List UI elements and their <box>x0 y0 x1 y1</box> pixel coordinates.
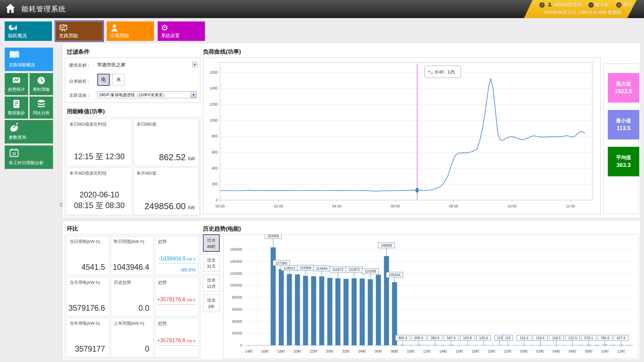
svg-text:1200: 1200 <box>210 102 218 106</box>
sidebar-item-data-collection[interactable]: 数据集抄 <box>5 97 28 119</box>
svg-text:18时: 18时 <box>472 349 479 353</box>
tab-past-3y[interactable]: 过去 3年 <box>203 295 220 312</box>
trend-chart-icon <box>12 76 21 86</box>
svg-text:393.5: 393.5 <box>431 336 439 340</box>
svg-text:120000: 120000 <box>230 272 242 276</box>
svg-text:08时: 08时 <box>585 349 593 353</box>
stat-label: 平均值 <box>616 155 631 161</box>
svg-text:06时: 06时 <box>569 349 576 353</box>
trend-value: -1039404.9 kW·h <box>158 256 196 262</box>
user-badge: i admin|管理员 ─ 最小化 ✕ 退出 2020年06月11日 13时01… <box>524 0 637 18</box>
huanbi-card: 当日用电(kW·h) 4541.5 <box>66 236 109 276</box>
sidebar-item-label: 趋势统计 <box>8 87 25 93</box>
svg-text:400: 400 <box>212 166 218 170</box>
stat-value: 363.3 <box>616 162 631 169</box>
trend-value: +3579176.6 kW·h <box>157 338 196 344</box>
nav-tile-energy-overview[interactable]: 能耗概况 <box>5 21 52 41</box>
svg-text:12: 12 <box>12 152 16 156</box>
trend-divider <box>158 304 196 305</box>
huanbi-section-title: 环比 <box>67 225 78 233</box>
calendar-icon: 12 <box>9 147 19 160</box>
svg-text:780.6: 780.6 <box>600 336 609 340</box>
card-value: 0 <box>145 345 149 354</box>
tab-past-12m[interactable]: 过去 12月 <box>203 275 220 292</box>
card-label: 当日用电(kW·h) <box>69 239 100 245</box>
trend-divider <box>158 345 196 346</box>
user-button[interactable]: admin|管理员 <box>547 2 582 8</box>
sidebar-item-hourly-energy[interactable]: 逐时用能 <box>30 73 53 95</box>
nav-tile-branch-energy[interactable]: 支路用能 <box>56 21 103 41</box>
svg-text:1000: 1000 <box>210 118 218 122</box>
svg-text:80000: 80000 <box>232 295 242 299</box>
tab-past-31d[interactable]: 过去 31天 <box>203 254 220 272</box>
svg-text:12:00: 12:00 <box>566 204 575 208</box>
svg-text:08:00: 08:00 <box>449 204 459 208</box>
branch-select[interactable]: 16GP-备供电源进线（110KV龙港变） ▼ <box>97 91 197 98</box>
svg-text:10时: 10时 <box>601 349 609 353</box>
huanbi-card: 当年用电(kW·h) 3579177 <box>66 318 109 357</box>
app-title: 能耗管理系统 <box>21 4 66 14</box>
sidebar-item-trend-stats[interactable]: 趋势统计 <box>5 73 28 95</box>
sidebar-item-yoy-analysis[interactable]: 同比分析 <box>30 97 53 119</box>
huanbi-trend-card: 趋势 +3579176.6 kW·h <box>155 277 199 316</box>
svg-text:1600: 1600 <box>210 70 218 74</box>
svg-text:160.8: 160.8 <box>463 336 472 340</box>
huanbi-card: 当月用电(kW·h) 3579176.6 <box>66 277 109 316</box>
load-curve-chart[interactable]: 0200400600800100012001400160000:0002:000… <box>203 57 601 214</box>
svg-text:1400: 1400 <box>210 86 218 90</box>
history-section-title: 历史趋势(电能) <box>203 225 241 233</box>
stat-value: 113.5 <box>616 125 631 132</box>
card-value: 862.52 kW <box>159 152 195 163</box>
svg-text:04时: 04时 <box>358 349 366 353</box>
bottom-panel: 环比 当日用电(kW·h) 4541.5 昨日同期(kW·h) 1043946.… <box>62 221 641 360</box>
nav-tile-item-energy[interactable]: 分项用能 <box>107 21 154 41</box>
svg-text:6:45 : 125: 6:45 : 125 <box>435 69 455 74</box>
avg-value-card: 平均值 363.3 <box>608 147 639 176</box>
svg-text:00时: 00时 <box>326 349 334 353</box>
user-name: admin|管理员 <box>554 2 582 8</box>
sidebar-item-nonworkday-analysis[interactable]: 12 非工作日用能分析 <box>5 145 53 169</box>
svg-text:627.5: 627.5 <box>617 336 626 340</box>
branch-select-label: 支路选择： <box>69 93 91 99</box>
info-icon[interactable]: i <box>539 2 545 8</box>
svg-text:605.5: 605.5 <box>415 336 423 340</box>
svg-text:163456: 163456 <box>267 235 279 238</box>
svg-text:02时: 02时 <box>342 349 350 353</box>
nav-label: 系统设置 <box>161 33 180 39</box>
svg-text:04:00: 04:00 <box>332 204 341 208</box>
card-label: 昨日同期(kW·h) <box>114 239 144 245</box>
curve-stats-container: 最大值 1522.5 最小值 113.5 平均值 363.3 <box>603 63 639 214</box>
tab-label: 过去 <box>207 278 216 283</box>
svg-text:16时: 16时 <box>455 349 463 353</box>
logout-button[interactable]: ✕ 退出 <box>616 2 632 8</box>
tab-past-48h[interactable]: 过去 48时 <box>203 234 220 252</box>
minimize-button[interactable]: ─ 最小化 <box>588 2 609 8</box>
nav-tile-system-settings[interactable]: ⚙ 系统设置 <box>158 21 205 41</box>
energy-option-electric[interactable]: 电 <box>97 74 110 86</box>
presentation-board-icon <box>59 23 68 32</box>
energy-option-water[interactable]: 水 <box>112 74 125 86</box>
trend-percent: -99.6% <box>179 267 196 273</box>
nav-label: 支路用能 <box>59 33 78 39</box>
card-value: 12:15 至 12:30 <box>67 152 132 162</box>
svg-text:02时: 02时 <box>536 349 544 353</box>
svg-text:18时: 18时 <box>277 349 285 353</box>
svg-text:480.3: 480.3 <box>398 336 407 340</box>
building-dropdown-button[interactable]: ▼ <box>192 62 197 67</box>
svg-text:22时: 22时 <box>504 349 512 353</box>
sidebar-item-parameter-query[interactable]: 参数查询 <box>5 120 53 143</box>
tab-label: 31天 <box>207 264 216 269</box>
svg-text:100000: 100000 <box>230 283 242 287</box>
peak-section-title: 用能峰值(功率) <box>67 108 105 115</box>
huanbi-trend-card: 趋势 +3579176.6 kW·h <box>155 318 199 357</box>
home-button[interactable] <box>3 2 18 16</box>
svg-text:20000: 20000 <box>232 331 242 335</box>
svg-text:14时: 14时 <box>245 349 253 353</box>
history-trend-chart[interactable]: 0200004000060000800001000001200001400001… <box>223 234 639 359</box>
sidebar-item-branch-overview[interactable]: 支路用能概况 <box>5 48 53 71</box>
card-value: 3579177 <box>75 345 105 354</box>
peak-card-month-period: 本月MD值发生时段 2020-06-10 08:15 至 08:30 <box>66 168 132 215</box>
sidebar-item-label: 逐时用能 <box>33 87 50 93</box>
svg-text:579.1: 579.1 <box>584 336 593 340</box>
sidebar-item-label: 同比分析 <box>33 110 50 116</box>
